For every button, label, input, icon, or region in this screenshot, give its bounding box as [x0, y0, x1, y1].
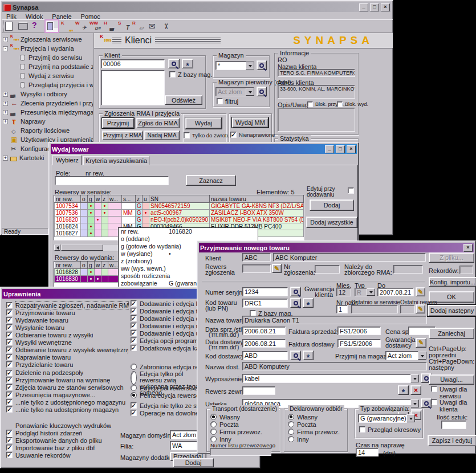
tab-kryteria[interactable]: Kryteria wyszukiwania: [83, 156, 149, 165]
kod-search-button[interactable]: [290, 298, 301, 308]
wydaj-mm-button[interactable]: Wydaj MM: [232, 117, 268, 128]
zbazy-checkbox[interactable]: Z bazy mag.: [169, 71, 213, 78]
magazyn-combo-arrow[interactable]: [246, 62, 254, 70]
wydaj-button[interactable]: Wydaj: [185, 117, 222, 129]
print-icon[interactable]: [16, 20, 30, 32]
tree-expand-icon[interactable]: [3, 46, 8, 51]
menu-item[interactable]: Panele: [52, 13, 71, 20]
nr-zgloszenia-field[interactable]: [315, 265, 340, 274]
tree-item[interactable]: Zlecenia przydzieleń i przydzieleni: [3, 99, 93, 108]
odbior-radio[interactable]: Firma przewoz.: [288, 429, 340, 436]
kod-towaru-field[interactable]: DRC1: [242, 299, 288, 308]
help-icon[interactable]: ?: [30, 20, 44, 32]
numer-seryjny-field[interactable]: 1234: [242, 287, 288, 296]
data-sprz-field[interactable]: 2006.08.21: [242, 327, 286, 335]
tree-item[interactable]: Przesunięcia międzymagazynowe,: [3, 108, 93, 117]
maximize-button[interactable]: □: [370, 3, 379, 11]
minimize-button[interactable]: _: [359, 3, 368, 11]
zbiorcze-rma-field[interactable]: [393, 265, 423, 274]
table-header[interactable]: nr rew.og wzw... s...zu SNnazwa towaru: [55, 196, 304, 203]
przeglad-okresowy-checkbox[interactable]: Przegląd okresowy: [359, 426, 421, 433]
opis-uwagi-field[interactable]: [278, 108, 355, 132]
tree-expand-icon[interactable]: [3, 110, 8, 115]
odbior-radio[interactable]: Własny: [288, 414, 340, 421]
pierwotny-search-button[interactable]: [257, 87, 267, 96]
permission-checkbox[interactable]: ...nie tylko na udostępniony magazyn: [6, 406, 129, 414]
sn-search-button[interactable]: [290, 287, 301, 296]
odbior-radio[interactable]: Poczta: [288, 421, 340, 429]
tree-item[interactable]: Zgłoszenia serwisowe: [3, 35, 93, 44]
table-row[interactable]: 1016820 • G nEO-f(pcb2.0)k050290MSIK8T N…: [55, 217, 304, 223]
edytuj-checkbox[interactable]: [348, 187, 354, 194]
ostatni-rewers-edit-button[interactable]: ✎: [416, 304, 425, 313]
permission-checkbox[interactable]: Usuwanie rekordów: [6, 452, 129, 459]
rewers-edit-button[interactable]: ✎: [272, 264, 282, 273]
gwarancja-edit-button[interactable]: ✎: [416, 287, 425, 296]
filtruj-checkbox[interactable]: filtruj: [217, 98, 238, 105]
tree-item[interactable]: Naprawy: [3, 117, 93, 126]
konfig-importu-button[interactable]: Konfig. importu...: [429, 277, 476, 287]
tree-expand-icon[interactable]: [3, 101, 8, 106]
tab-wybierz[interactable]: Wybierz: [52, 155, 82, 165]
tree-item[interactable]: Przyjęcia i wydania: [3, 44, 93, 53]
uwagi-klienta-checkbox[interactable]: Uwagi dlaklienta: [431, 399, 467, 413]
transport-radio[interactable]: Firma przewoz.: [210, 429, 262, 436]
permission-checkbox[interactable]: Wysyłki wewnętrzne: [6, 339, 129, 346]
maximize-button[interactable]: □: [336, 145, 345, 153]
permission-checkbox[interactable]: Eksportowanie danych do pliku: [6, 437, 129, 445]
zaniechaj-button[interactable]: Zaniechaj: [429, 328, 474, 339]
toggle-panel-icon[interactable]: [44, 19, 59, 33]
wyposazenie-combo-arrow[interactable]: [410, 374, 419, 382]
faktura-sprz-field[interactable]: FS1/2006: [337, 327, 381, 335]
klient-input[interactable]: 00006: [101, 59, 165, 68]
tree-item[interactable]: Przyjmij do serwisu: [3, 53, 93, 62]
magazyn-combo-arrow[interactable]: [418, 352, 426, 360]
klient-search-button[interactable]: [168, 59, 180, 68]
przyjmij-z-rma-button[interactable]: Przyjmij z RMA: [102, 131, 143, 140]
permission-checkbox[interactable]: Dzielenie na podzespoły: [6, 369, 129, 377]
tree-item[interactable]: Raporty ilościowe: [3, 126, 93, 135]
klient-listbox[interactable]: [101, 70, 165, 105]
blok-wyd-checkbox[interactable]: Blok. wyd.: [337, 101, 368, 107]
table-row[interactable]: 1007536• • MMG• act5-c00967ZASILACZ I-BO…: [55, 210, 304, 217]
permission-checkbox[interactable]: ...nie tylko z udostępnionego magazynu: [6, 399, 129, 406]
rewers-zewn-field[interactable]: [242, 386, 275, 395]
wyposazenie-combo[interactable]: kabel: [242, 374, 411, 383]
titlebar[interactable]: Wydaj towar _ □ ×: [51, 144, 357, 154]
rewers-zgloszenia-field[interactable]: [242, 264, 271, 273]
dostawca-wildcard-button[interactable]: *: [303, 350, 314, 360]
dodaj-button[interactable]: Dodaj: [173, 458, 214, 467]
shipments-icon[interactable]: H: [102, 20, 116, 32]
tree-item[interactable]: Przeglądaj przyjęcia i wydania: [3, 80, 93, 89]
dostawca-search-button[interactable]: [290, 350, 301, 360]
service-requests-icon[interactable]: K: [59, 20, 74, 32]
tree-item[interactable]: Wysyłki i odbiory: [3, 89, 93, 99]
nadaj-rma-button[interactable]: Nadaj RMA: [144, 131, 180, 140]
permission-checkbox[interactable]: Naprawianie towaru: [6, 354, 129, 361]
faktura-dostawy-field[interactable]: FS1/5/2006: [337, 339, 381, 348]
uwagi-button[interactable]: Uwagi...: [429, 374, 474, 385]
transport-radio[interactable]: Własny: [210, 414, 262, 421]
nr-napr-field[interactable]: 1: [336, 305, 348, 313]
ilosc-sztuk-field[interactable]: [441, 421, 466, 429]
odswiez-button[interactable]: Odśwież: [165, 95, 202, 105]
klient-wildcard-button[interactable]: *: [182, 59, 193, 68]
usterka-search-button[interactable]: [421, 398, 432, 408]
menu-item[interactable]: Pomoc: [81, 13, 100, 20]
do-field[interactable]: 2007.08.21: [377, 288, 414, 296]
rma-icon[interactable]: R: [131, 20, 145, 32]
zapisz-i-edytuj-button[interactable]: Zapisz i edytuj: [428, 435, 476, 446]
permission-checkbox[interactable]: Importowanie baz z pliku dbf: [6, 445, 129, 452]
permission-checkbox[interactable]: Przesunięcia magazynowe...: [6, 392, 129, 399]
minimize-button[interactable]: _: [325, 145, 334, 153]
dodaj-button[interactable]: Dodaj: [310, 199, 354, 211]
przyjmij-button[interactable]: Przyjmij: [102, 118, 134, 128]
tree-expand-icon[interactable]: [3, 119, 8, 124]
magazyn-search-button[interactable]: [257, 60, 267, 70]
mail-icon[interactable]: [145, 20, 159, 32]
rewers-zewn-wildcard-button[interactable]: *: [398, 385, 409, 395]
internal-shipments-icon[interactable]: WW: [88, 20, 102, 32]
typ-zobowiazania-combo[interactable]: G (gwarancyjne): [358, 414, 407, 423]
typ-zobowiazania-arrow[interactable]: [406, 414, 415, 422]
scroll-left-arrow[interactable]: [54, 244, 60, 251]
